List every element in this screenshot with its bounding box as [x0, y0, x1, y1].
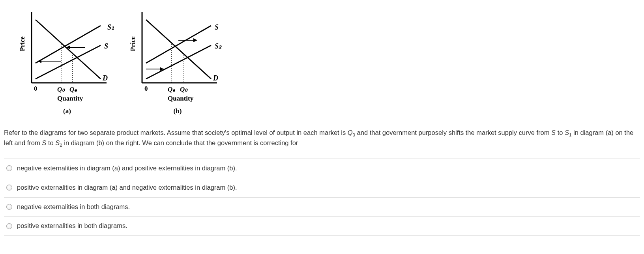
- origin-label-b: 0: [144, 85, 148, 92]
- svg-line-2: [36, 20, 101, 79]
- question-container: Price 0 S₁ S D Q₀ Qₑ Quantity (a): [0, 0, 644, 240]
- diagram-b: Price 0 S S₂ D Qₑ Q₀ Quantity (b): [126, 8, 229, 116]
- diagrams-row: Price 0 S₁ S D Q₀ Qₑ Quantity (a): [16, 8, 640, 116]
- question-text: Refer to the diagrams for two separate p…: [4, 128, 640, 149]
- tick-qe-a: Qₑ: [69, 86, 77, 93]
- axis-x-label-b: Quantity: [168, 95, 194, 102]
- svg-line-14: [146, 26, 211, 63]
- diagram-b-caption: (b): [126, 106, 229, 116]
- curve-s2-label: S₂: [215, 42, 222, 50]
- radio-icon[interactable]: [6, 223, 12, 229]
- diagram-a-svg: Price 0 S₁ S D Q₀ Qₑ Quantity: [16, 8, 118, 106]
- option-1-text: negative externalities in diagram (a) an…: [17, 164, 237, 173]
- svg-marker-17: [193, 38, 197, 42]
- curve-d-label-b: D: [213, 74, 218, 82]
- option-4[interactable]: positive externalities in both diagrams.: [4, 217, 640, 236]
- curve-s1-label: S₁: [107, 23, 114, 31]
- option-3-text: negative externalities in both diagrams.: [17, 202, 130, 212]
- diagram-a: Price 0 S₁ S D Q₀ Qₑ Quantity (a): [16, 8, 118, 116]
- svg-line-4: [36, 26, 101, 63]
- option-4-text: positive externalities in both diagrams.: [17, 221, 127, 231]
- option-2[interactable]: positive externalities in diagram (a) an…: [4, 178, 640, 198]
- curve-s-label-b: S: [215, 23, 219, 31]
- answer-options: negative externalities in diagram (a) an…: [4, 159, 640, 236]
- tick-q0-b: Q₀: [180, 86, 188, 93]
- option-1[interactable]: negative externalities in diagram (a) an…: [4, 159, 640, 178]
- radio-icon[interactable]: [6, 165, 12, 171]
- curve-s-label-a: S: [104, 42, 108, 50]
- option-3[interactable]: negative externalities in both diagrams.: [4, 198, 640, 217]
- axis-y-label-a: Price: [19, 36, 26, 51]
- diagram-b-svg: Price 0 S S₂ D Qₑ Q₀ Quantity: [126, 8, 229, 106]
- radio-icon[interactable]: [6, 185, 12, 190]
- option-2-text: positive externalities in diagram (a) an…: [17, 183, 237, 192]
- tick-q0-a: Q₀: [57, 86, 65, 93]
- svg-line-15: [146, 45, 211, 79]
- svg-line-13: [146, 20, 211, 79]
- tick-qe-b: Qₑ: [168, 86, 176, 93]
- axis-y-label-b: Price: [129, 36, 137, 51]
- axis-x-label-a: Quantity: [57, 95, 83, 102]
- diagram-a-caption: (a): [16, 106, 118, 116]
- radio-icon[interactable]: [6, 204, 12, 210]
- curve-d-label-a: D: [102, 74, 108, 82]
- svg-marker-8: [37, 59, 41, 63]
- origin-label-a: 0: [34, 85, 37, 92]
- svg-line-3: [36, 45, 101, 79]
